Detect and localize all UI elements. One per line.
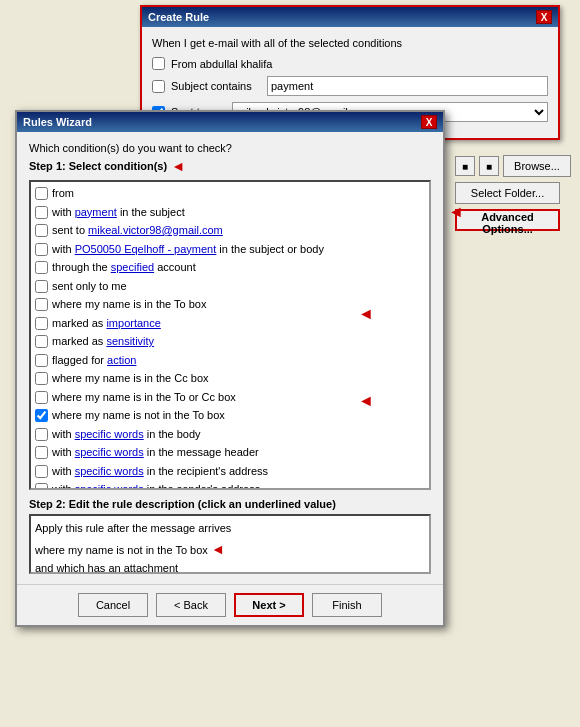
list-item: sent only to me: [33, 277, 427, 296]
cond-checkbox-6[interactable]: [35, 298, 48, 311]
create-rule-close-button[interactable]: X: [536, 10, 552, 24]
cond-checkbox-2[interactable]: [35, 224, 48, 237]
wizard-body: Which condition(s) do you want to check?…: [17, 132, 443, 584]
specific-words-link-1[interactable]: specific words: [75, 428, 144, 440]
subject-input[interactable]: [267, 76, 548, 96]
step2-description: Apply this rule after the message arrive…: [29, 514, 431, 574]
cond-checkbox-8[interactable]: [35, 335, 48, 348]
action-link[interactable]: action: [107, 354, 136, 366]
email-link[interactable]: mikeal.victor98@gmail.com: [88, 224, 223, 236]
list-item: from: [33, 184, 427, 203]
cond-checkbox-11[interactable]: [35, 391, 48, 404]
next-button[interactable]: Next >: [234, 593, 304, 617]
desc-line-2: where my name is not in the To box ◄: [35, 538, 425, 560]
list-item: sent to mikeal.victor98@gmail.com: [33, 221, 427, 240]
cond-checkbox-16[interactable]: [35, 483, 48, 490]
cond-checkbox-12[interactable]: [35, 409, 48, 422]
cancel-button[interactable]: Cancel: [78, 593, 148, 617]
po-link[interactable]: PO50050 Eqelhoff - payment: [75, 243, 217, 255]
cond-checkbox-10[interactable]: [35, 372, 48, 385]
list-item: with payment in the subject: [33, 203, 427, 222]
specific-words-link-4[interactable]: specific words: [75, 483, 144, 490]
from-row: From abdullal khalifa: [152, 57, 548, 70]
subject-label: Subject contains: [171, 80, 261, 92]
step1-arrow-icon: ◄: [171, 158, 185, 174]
cond-checkbox-9[interactable]: [35, 354, 48, 367]
from-checkbox[interactable]: [152, 57, 165, 70]
list-item: through the specified account: [33, 258, 427, 277]
list-item: with specific words in the recipient's a…: [33, 462, 427, 481]
cond-checkbox-14[interactable]: [35, 446, 48, 459]
browse-button[interactable]: Browse...: [503, 155, 571, 177]
desc-line-1: Apply this rule after the message arrive…: [35, 520, 425, 538]
specific-words-link-2[interactable]: specific words: [75, 446, 144, 458]
step2-label: Step 2: Edit the rule description (click…: [29, 498, 431, 510]
subject-row: Subject contains: [152, 76, 548, 96]
specific-words-link-3[interactable]: specific words: [75, 465, 144, 477]
finish-button[interactable]: Finish: [312, 593, 382, 617]
advanced-options-button[interactable]: Advanced Options...: [455, 209, 560, 231]
checked-arrow-1-icon: ◄: [358, 305, 374, 323]
select-folder-button[interactable]: Select Folder...: [455, 182, 560, 204]
rules-wizard-titlebar: Rules Wizard X: [17, 112, 443, 132]
wizard-question: Which condition(s) do you want to check?: [29, 142, 431, 154]
list-item: with specific words in the sender's addr…: [33, 480, 427, 490]
create-rule-titlebar: Create Rule X: [142, 7, 558, 27]
from-label: From abdullal khalifa: [171, 58, 273, 70]
list-item: marked as sensitivity: [33, 332, 427, 351]
desc-line-3: and which has an attachment: [35, 560, 425, 574]
square-btn-2[interactable]: ■: [479, 156, 499, 176]
subject-checkbox[interactable]: [152, 80, 165, 93]
create-rule-section-label: When I get e-mail with all of the select…: [152, 37, 548, 49]
list-item: where my name is in the Cc box: [33, 369, 427, 388]
wizard-bottom-bar: Cancel < Back Next > Finish: [17, 584, 443, 625]
cond-checkbox-13[interactable]: [35, 428, 48, 441]
wizard-step-label: Step 1: Select condition(s) ◄: [29, 158, 431, 174]
rules-wizard-close-button[interactable]: X: [421, 115, 437, 129]
step2-section: Step 2: Edit the rule description (click…: [29, 498, 431, 574]
list-item: flagged for action: [33, 351, 427, 370]
conditions-listbox[interactable]: from with payment in the subject sent to…: [29, 180, 431, 490]
cond-checkbox-1[interactable]: [35, 206, 48, 219]
specified-link-1[interactable]: specified: [111, 261, 154, 273]
create-rule-title: Create Rule: [148, 11, 209, 23]
list-item: with specific words in the body: [33, 425, 427, 444]
adv-options-arrow-icon: ◄: [448, 203, 464, 221]
rules-wizard-dialog: Rules Wizard X Which condition(s) do you…: [15, 110, 445, 627]
checked-arrow-2-icon: ◄: [358, 392, 374, 410]
browse-row: ■ ■ Browse...: [455, 155, 571, 177]
cond-checkbox-4[interactable]: [35, 261, 48, 274]
list-item: with PO50050 Eqelhoff - payment in the s…: [33, 240, 427, 259]
cond-checkbox-3[interactable]: [35, 243, 48, 256]
cond-checkbox-7[interactable]: [35, 317, 48, 330]
back-button[interactable]: < Back: [156, 593, 226, 617]
rules-wizard-title: Rules Wizard: [23, 116, 92, 128]
payment-link[interactable]: payment: [75, 206, 117, 218]
importance-link[interactable]: importance: [106, 317, 160, 329]
list-item: with specific words in the message heade…: [33, 443, 427, 462]
square-btn-1[interactable]: ■: [455, 156, 475, 176]
cond-checkbox-15[interactable]: [35, 465, 48, 478]
cond-checkbox-5[interactable]: [35, 280, 48, 293]
sensitivity-link[interactable]: sensitivity: [106, 335, 154, 347]
cond-checkbox-0[interactable]: [35, 187, 48, 200]
